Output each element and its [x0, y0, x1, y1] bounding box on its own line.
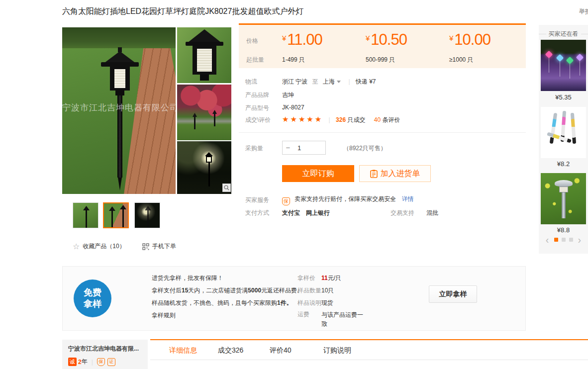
tab-order-notes[interactable]: 订购说明: [323, 346, 351, 355]
reviews-count[interactable]: 40: [374, 116, 381, 123]
favorite-button[interactable]: ☆ 收藏产品（10）: [73, 242, 125, 251]
sample-desc-label: 样品说明: [297, 299, 321, 307]
deals-count[interactable]: 326: [336, 116, 346, 123]
pager-prev-icon[interactable]: ‹: [544, 235, 551, 245]
sample-qty-label: 样品数量: [297, 286, 321, 295]
moq-label: 起批量: [246, 56, 264, 64]
guarantee-shield-icon: 保: [282, 197, 290, 205]
sidebar-title: 买家还在看: [539, 30, 588, 38]
page-title: 六角太阳能灯插地LED花园灯草坪灯庭院JK8027批发超值欧式户外灯: [62, 6, 303, 17]
report-link[interactable]: 举报: [579, 7, 588, 16]
guarantee-cert-icon: 保: [97, 358, 105, 366]
get-sample-button[interactable]: 立即拿样: [429, 285, 477, 303]
sample-ship-label: 运费: [297, 310, 309, 319]
pager-next-icon[interactable]: ›: [577, 235, 583, 245]
price-tier-2: ¥10.50: [366, 31, 407, 49]
seller-name[interactable]: 宁波市江北吉坤电器有限...: [68, 345, 143, 353]
qr-code-icon: [142, 243, 149, 250]
express-fee: 快递 ¥7: [356, 78, 376, 85]
mobile-order-label: 手机下单: [152, 242, 176, 251]
pager-dot-3[interactable]: [569, 238, 573, 242]
rating-label: 成交\评价: [245, 116, 271, 124]
sample-line-1: 进货先拿样，批发有保障！: [152, 274, 223, 282]
sample-rules-link[interactable]: 拿样规则: [152, 311, 176, 320]
sample-desc-value: 现货: [321, 299, 333, 307]
logistics-from: 浙江 宁波: [282, 78, 307, 85]
magnifier-icon[interactable]: [222, 184, 231, 192]
model-value: JK-8027: [282, 104, 304, 111]
also-viewing-sidebar: 买家还在看 ¥5.35 ¥8.2 ¥8.8 ‹ ›: [539, 25, 588, 254]
sidebar-pager: ‹ ›: [539, 235, 588, 245]
mobile-order-button[interactable]: 手机下单: [142, 242, 176, 251]
add-to-cart-label: 加入进货单: [381, 169, 420, 179]
detail-tabbar: 详细信息 成交326 评价40 订购说明: [150, 339, 588, 360]
logistics-value: 浙江 宁波 至 上海 | 快递 ¥7: [282, 78, 376, 86]
price-tier-1: ¥11.00: [282, 31, 322, 49]
stock-note: （8922只可售）: [343, 144, 387, 153]
image-watermark: 宁波市江北吉坤电器有限公司: [62, 102, 176, 113]
seller-badges: 诚 2 年 | 保 证: [68, 358, 143, 366]
sample-price-label: 拿样价: [297, 274, 315, 282]
tab-deals[interactable]: 成交326: [218, 346, 243, 355]
guarantee-details-link[interactable]: 详情: [402, 195, 414, 202]
price-tier-3: ¥10.00: [449, 31, 490, 49]
thumbnail-3[interactable]: [134, 202, 160, 228]
product-page: 六角太阳能灯插地LED花园灯草坪灯庭院JK8027批发超值欧式户外灯 举报 宁波…: [0, 0, 588, 369]
related-item-1-image[interactable]: [541, 40, 586, 91]
add-to-cart-button[interactable]: 加入进货单: [359, 165, 431, 182]
brand-label: 产品品牌: [245, 91, 269, 99]
star-icon: ☆: [73, 243, 80, 251]
tab-detail-info[interactable]: 详细信息: [169, 346, 197, 355]
logistics-to-word: 至: [312, 78, 318, 85]
quantity-input[interactable]: [294, 141, 326, 155]
quantity-label: 采购量: [245, 144, 263, 153]
clipboard-icon: [370, 170, 378, 178]
sample-ship-value: 与该产品运费一致: [321, 310, 367, 328]
related-item-3-image[interactable]: [541, 173, 586, 224]
related-item-1-price[interactable]: ¥5.35: [539, 93, 588, 101]
trade-support-value: 混批: [426, 209, 438, 217]
buyer-service-row: 保 卖家支持先行赔付，保障买家交易安全 详情: [282, 195, 414, 205]
price-label: 价格: [246, 37, 258, 45]
logistics-destination[interactable]: 上海: [323, 78, 335, 85]
document-cert-icon: 证: [107, 358, 115, 366]
pager-dot-1[interactable]: [554, 238, 558, 242]
quantity-minus-button[interactable]: −: [282, 141, 294, 155]
sample-qty-value: 10只: [321, 286, 334, 295]
model-label: 产品型号: [245, 104, 269, 112]
brand-value: 吉坤: [282, 91, 294, 99]
gallery-image-closeup[interactable]: [177, 27, 231, 83]
order-now-button[interactable]: 立即订购: [282, 165, 354, 182]
related-item-2-image[interactable]: [541, 107, 586, 158]
chengxintong-icon: 诚: [68, 358, 77, 366]
moq-tier-2: 500-999 只: [366, 56, 395, 64]
payment-methods: 支付宝 网上银行: [282, 209, 330, 217]
tab-reviews[interactable]: 评价40: [270, 346, 292, 355]
related-item-2-price[interactable]: ¥8.2: [539, 160, 588, 168]
favorite-label: 收藏产品（10）: [83, 242, 125, 251]
thumbnail-1[interactable]: [73, 202, 98, 228]
guarantee-text: 卖家支持先行赔付，保障买家交易安全: [294, 195, 396, 202]
photo-hedge: [62, 27, 176, 48]
buyer-service-label: 买家服务: [245, 196, 269, 204]
trade-support-label: 交易支持: [391, 209, 414, 217]
related-item-3-price[interactable]: ¥8.8: [539, 226, 588, 234]
thumbnail-2-selected[interactable]: [103, 202, 129, 228]
main-product-image[interactable]: 宁波市江北吉坤电器有限公司: [62, 27, 176, 194]
sample-price-value: 11元/只: [321, 274, 341, 282]
divider: [239, 132, 526, 133]
pager-dot-2[interactable]: [562, 238, 566, 242]
gallery-image-flowers[interactable]: [177, 85, 231, 140]
payment-label: 支付方式: [245, 209, 269, 217]
moq-tier-1: 1-499 只: [282, 56, 305, 64]
sample-line-3: 样品随机发货，不挑色、挑码，且每个买家限购1件。: [152, 299, 293, 307]
seller-card[interactable]: 宁波市江北吉坤电器有限... 诚 2 年 | 保 证: [62, 340, 148, 369]
chevron-down-icon[interactable]: [337, 81, 341, 83]
moq-tier-3: ≥1000 只: [449, 56, 474, 64]
free-sample-badge: 免费拿样: [74, 279, 111, 317]
sample-line-2: 拿样支付后15天内，二次店铺进货满5000元返还样品费。: [152, 286, 303, 295]
rating-stars: ★★★★★: [282, 115, 323, 123]
logistics-label: 物流: [245, 78, 257, 86]
rating-row: ★★★★★ | 326 只成交 40 条评价: [282, 115, 400, 124]
